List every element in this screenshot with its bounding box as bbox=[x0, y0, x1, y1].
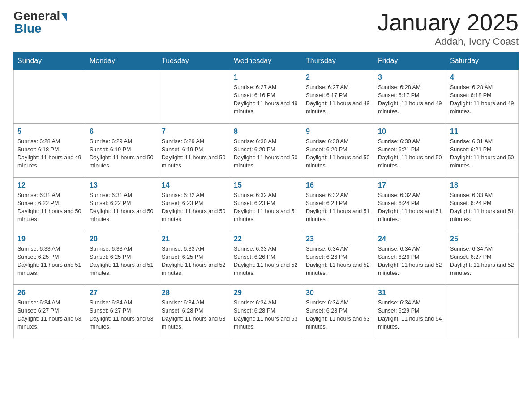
day-header-thursday: Thursday bbox=[302, 52, 374, 70]
calendar-day-11: 11Sunrise: 6:31 AM Sunset: 6:21 PM Dayli… bbox=[446, 124, 519, 177]
calendar-day-31: 31Sunrise: 6:34 AM Sunset: 6:29 PM Dayli… bbox=[374, 285, 446, 338]
calendar-day-26: 26Sunrise: 6:34 AM Sunset: 6:27 PM Dayli… bbox=[14, 285, 86, 338]
calendar-week-row: 1Sunrise: 6:27 AM Sunset: 6:16 PM Daylig… bbox=[14, 70, 519, 124]
calendar-day-14: 14Sunrise: 6:32 AM Sunset: 6:23 PM Dayli… bbox=[158, 177, 230, 231]
day-info: Sunrise: 6:34 AM Sunset: 6:27 PM Dayligh… bbox=[450, 245, 515, 278]
calendar-day-5: 5Sunrise: 6:28 AM Sunset: 6:18 PM Daylig… bbox=[14, 124, 86, 177]
day-info: Sunrise: 6:32 AM Sunset: 6:23 PM Dayligh… bbox=[162, 191, 226, 224]
day-info: Sunrise: 6:28 AM Sunset: 6:18 PM Dayligh… bbox=[17, 137, 82, 170]
day-number: 23 bbox=[306, 235, 370, 243]
day-info: Sunrise: 6:34 AM Sunset: 6:28 PM Dayligh… bbox=[162, 299, 226, 331]
empty-cell bbox=[158, 70, 230, 124]
day-number: 19 bbox=[17, 235, 82, 243]
logo-blue-text: Blue bbox=[14, 21, 42, 36]
logo-triangle-icon bbox=[61, 13, 67, 21]
day-number: 4 bbox=[450, 73, 515, 81]
day-info: Sunrise: 6:30 AM Sunset: 6:20 PM Dayligh… bbox=[306, 137, 370, 170]
day-number: 6 bbox=[90, 128, 154, 136]
day-info: Sunrise: 6:29 AM Sunset: 6:19 PM Dayligh… bbox=[162, 137, 226, 170]
day-info: Sunrise: 6:32 AM Sunset: 6:23 PM Dayligh… bbox=[234, 191, 298, 224]
calendar-title: January 2025 bbox=[378, 9, 519, 36]
day-number: 24 bbox=[378, 235, 442, 243]
day-info: Sunrise: 6:33 AM Sunset: 6:24 PM Dayligh… bbox=[450, 191, 515, 224]
calendar-day-7: 7Sunrise: 6:29 AM Sunset: 6:19 PM Daylig… bbox=[158, 124, 230, 177]
day-header-saturday: Saturday bbox=[446, 52, 519, 70]
calendar-day-19: 19Sunrise: 6:33 AM Sunset: 6:25 PM Dayli… bbox=[14, 231, 86, 285]
day-info: Sunrise: 6:34 AM Sunset: 6:27 PM Dayligh… bbox=[90, 299, 154, 331]
day-info: Sunrise: 6:33 AM Sunset: 6:25 PM Dayligh… bbox=[162, 245, 226, 278]
day-header-friday: Friday bbox=[374, 52, 446, 70]
day-number: 18 bbox=[450, 181, 515, 189]
calendar-day-29: 29Sunrise: 6:34 AM Sunset: 6:28 PM Dayli… bbox=[230, 285, 302, 338]
calendar-day-21: 21Sunrise: 6:33 AM Sunset: 6:25 PM Dayli… bbox=[158, 231, 230, 285]
day-info: Sunrise: 6:28 AM Sunset: 6:17 PM Dayligh… bbox=[378, 83, 442, 116]
calendar-week-row: 19Sunrise: 6:33 AM Sunset: 6:25 PM Dayli… bbox=[14, 231, 519, 285]
day-info: Sunrise: 6:33 AM Sunset: 6:26 PM Dayligh… bbox=[234, 245, 298, 278]
empty-cell bbox=[14, 70, 86, 124]
day-number: 25 bbox=[450, 235, 515, 243]
day-number: 5 bbox=[17, 128, 82, 136]
calendar-week-row: 5Sunrise: 6:28 AM Sunset: 6:18 PM Daylig… bbox=[14, 124, 519, 177]
day-info: Sunrise: 6:32 AM Sunset: 6:23 PM Dayligh… bbox=[306, 191, 370, 224]
calendar-day-25: 25Sunrise: 6:34 AM Sunset: 6:27 PM Dayli… bbox=[446, 231, 519, 285]
day-number: 26 bbox=[17, 289, 82, 297]
day-info: Sunrise: 6:31 AM Sunset: 6:22 PM Dayligh… bbox=[90, 191, 154, 224]
day-info: Sunrise: 6:30 AM Sunset: 6:21 PM Dayligh… bbox=[378, 137, 442, 170]
title-block: January 2025 Addah, Ivory Coast bbox=[378, 9, 519, 47]
calendar-day-10: 10Sunrise: 6:30 AM Sunset: 6:21 PM Dayli… bbox=[374, 124, 446, 177]
day-number: 3 bbox=[378, 73, 442, 81]
day-info: Sunrise: 6:34 AM Sunset: 6:27 PM Dayligh… bbox=[17, 299, 82, 331]
day-number: 31 bbox=[378, 289, 442, 297]
day-header-monday: Monday bbox=[86, 52, 158, 70]
day-number: 21 bbox=[162, 235, 226, 243]
calendar-day-23: 23Sunrise: 6:34 AM Sunset: 6:26 PM Dayli… bbox=[302, 231, 374, 285]
day-info: Sunrise: 6:34 AM Sunset: 6:28 PM Dayligh… bbox=[306, 299, 370, 331]
day-info: Sunrise: 6:32 AM Sunset: 6:24 PM Dayligh… bbox=[378, 191, 442, 224]
day-number: 30 bbox=[306, 289, 370, 297]
day-info: Sunrise: 6:34 AM Sunset: 6:26 PM Dayligh… bbox=[306, 245, 370, 278]
day-number: 13 bbox=[90, 181, 154, 189]
calendar-week-row: 26Sunrise: 6:34 AM Sunset: 6:27 PM Dayli… bbox=[14, 285, 519, 338]
day-header-wednesday: Wednesday bbox=[230, 52, 302, 70]
day-number: 22 bbox=[234, 235, 298, 243]
day-info: Sunrise: 6:34 AM Sunset: 6:28 PM Dayligh… bbox=[234, 299, 298, 331]
day-info: Sunrise: 6:33 AM Sunset: 6:25 PM Dayligh… bbox=[90, 245, 154, 278]
page-header: General Blue January 2025 Addah, Ivory C… bbox=[13, 9, 519, 47]
empty-cell bbox=[446, 285, 519, 338]
day-number: 9 bbox=[306, 128, 370, 136]
calendar-day-8: 8Sunrise: 6:30 AM Sunset: 6:20 PM Daylig… bbox=[230, 124, 302, 177]
day-info: Sunrise: 6:29 AM Sunset: 6:19 PM Dayligh… bbox=[90, 137, 154, 170]
day-number: 10 bbox=[378, 128, 442, 136]
day-number: 8 bbox=[234, 128, 298, 136]
day-number: 11 bbox=[450, 128, 515, 136]
calendar-subtitle: Addah, Ivory Coast bbox=[378, 36, 519, 47]
day-number: 1 bbox=[234, 73, 298, 81]
calendar-day-27: 27Sunrise: 6:34 AM Sunset: 6:27 PM Dayli… bbox=[86, 285, 158, 338]
day-info: Sunrise: 6:27 AM Sunset: 6:17 PM Dayligh… bbox=[306, 83, 370, 116]
day-info: Sunrise: 6:34 AM Sunset: 6:29 PM Dayligh… bbox=[378, 299, 442, 331]
day-number: 7 bbox=[162, 128, 226, 136]
calendar-day-28: 28Sunrise: 6:34 AM Sunset: 6:28 PM Dayli… bbox=[158, 285, 230, 338]
calendar-day-4: 4Sunrise: 6:28 AM Sunset: 6:18 PM Daylig… bbox=[446, 70, 519, 124]
calendar-day-22: 22Sunrise: 6:33 AM Sunset: 6:26 PM Dayli… bbox=[230, 231, 302, 285]
calendar-day-1: 1Sunrise: 6:27 AM Sunset: 6:16 PM Daylig… bbox=[230, 70, 302, 124]
day-number: 28 bbox=[162, 289, 226, 297]
calendar-day-2: 2Sunrise: 6:27 AM Sunset: 6:17 PM Daylig… bbox=[302, 70, 374, 124]
day-number: 16 bbox=[306, 181, 370, 189]
calendar-day-30: 30Sunrise: 6:34 AM Sunset: 6:28 PM Dayli… bbox=[302, 285, 374, 338]
calendar-header-row: SundayMondayTuesdayWednesdayThursdayFrid… bbox=[14, 52, 519, 70]
calendar-day-16: 16Sunrise: 6:32 AM Sunset: 6:23 PM Dayli… bbox=[302, 177, 374, 231]
day-info: Sunrise: 6:34 AM Sunset: 6:26 PM Dayligh… bbox=[378, 245, 442, 278]
day-number: 27 bbox=[90, 289, 154, 297]
calendar-week-row: 12Sunrise: 6:31 AM Sunset: 6:22 PM Dayli… bbox=[14, 177, 519, 231]
calendar-day-9: 9Sunrise: 6:30 AM Sunset: 6:20 PM Daylig… bbox=[302, 124, 374, 177]
day-number: 20 bbox=[90, 235, 154, 243]
calendar-day-15: 15Sunrise: 6:32 AM Sunset: 6:23 PM Dayli… bbox=[230, 177, 302, 231]
day-info: Sunrise: 6:31 AM Sunset: 6:21 PM Dayligh… bbox=[450, 137, 515, 170]
logo: General Blue bbox=[13, 9, 67, 36]
day-number: 29 bbox=[234, 289, 298, 297]
calendar-day-6: 6Sunrise: 6:29 AM Sunset: 6:19 PM Daylig… bbox=[86, 124, 158, 177]
day-number: 17 bbox=[378, 181, 442, 189]
day-info: Sunrise: 6:28 AM Sunset: 6:18 PM Dayligh… bbox=[450, 83, 515, 116]
day-header-sunday: Sunday bbox=[14, 52, 86, 70]
